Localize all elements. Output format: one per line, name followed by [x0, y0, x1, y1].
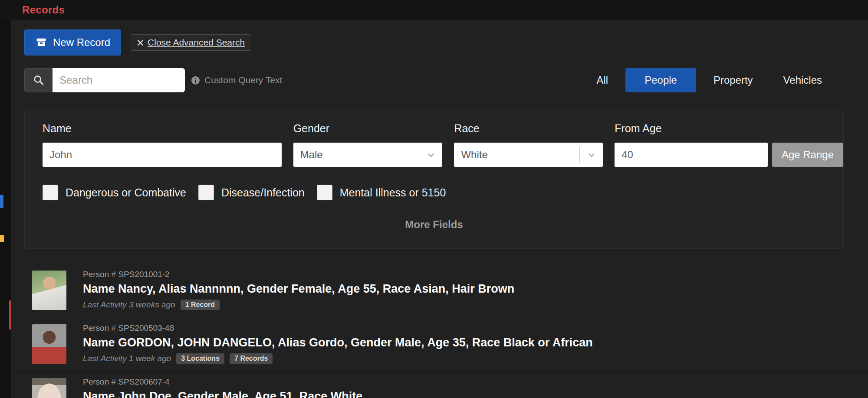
tab-people[interactable]: People: [625, 68, 696, 92]
advanced-search-checkboxes: Dangerous or Combative Disease/Infection…: [43, 185, 843, 200]
locations-count-badge: 3 Locations: [176, 353, 224, 364]
name-input[interactable]: [43, 143, 282, 167]
search-button[interactable]: [24, 68, 53, 92]
top-bar: Records: [0, 0, 868, 20]
dangerous-combative-checkbox[interactable]: [43, 185, 58, 200]
custom-query-label: Custom Query Text: [204, 75, 282, 85]
person-photo[interactable]: [32, 271, 66, 310]
gender-field-label: Gender: [293, 122, 443, 135]
from-age-field-group: From Age: [615, 122, 768, 167]
tab-vehicles[interactable]: Vehicles: [770, 68, 835, 92]
result-row[interactable]: Person # SPS200607-4 Name John Doe, Gend…: [11, 373, 868, 398]
dangerous-combative-check-item: Dangerous or Combative: [43, 185, 186, 200]
search-group: [24, 68, 185, 92]
person-name-line: Name Nancy, Alias Nannnnn, Gender Female…: [83, 282, 514, 296]
results-list: Person # SPS201001-2 Name Nancy, Alias N…: [11, 265, 868, 398]
search-icon: [33, 74, 45, 86]
age-range-button[interactable]: Age Range: [772, 143, 843, 167]
race-field-label: Race: [454, 122, 603, 135]
side-strip: [0, 20, 11, 398]
person-number: Person # SPS200607-4: [83, 377, 362, 387]
name-field-group: Name: [43, 122, 282, 167]
result-row[interactable]: Person # SPS201001-2 Name Nancy, Alias N…: [11, 265, 868, 319]
activity-line: Last Activity 3 weeks ago 1 Record: [83, 300, 514, 310]
record-count-badge: 1 Record: [181, 300, 220, 310]
side-marker-blue: [0, 195, 3, 208]
person-name-line: Name GORDON, JOHN DANGELO, Alias Gordo, …: [83, 336, 593, 349]
disease-infection-check-item: Disease/Infection: [198, 185, 305, 200]
mental-illness-label: Mental Illness or 5150: [340, 186, 446, 199]
chevron-down-icon: [419, 147, 442, 163]
record-type-tabs: All People Property Vehicles: [584, 68, 835, 92]
person-name-line: Name John Doe, Gender Male, Age 51, Race…: [83, 390, 362, 398]
from-age-input[interactable]: [615, 143, 768, 167]
last-activity: Last Activity 1 week ago: [83, 354, 171, 363]
dangerous-combative-label: Dangerous or Combative: [66, 186, 186, 199]
tab-all[interactable]: All: [584, 68, 621, 92]
result-text: Person # SPS200503-48 Name GORDON, JOHN …: [83, 322, 593, 372]
new-record-label: New Record: [53, 36, 110, 49]
gender-select-value: Male: [293, 149, 419, 161]
last-activity: Last Activity 3 weeks ago: [83, 300, 175, 310]
close-advanced-search-label: Close Advanced Search: [148, 37, 245, 48]
close-advanced-search-button[interactable]: Close Advanced Search: [131, 34, 251, 51]
disease-infection-label: Disease/Infection: [221, 186, 305, 199]
archive-box-icon: [35, 36, 47, 49]
gender-select[interactable]: Male: [293, 143, 443, 167]
person-photo[interactable]: [32, 324, 66, 364]
result-text: Person # SPS201001-2 Name Nancy, Alias N…: [83, 268, 514, 319]
advanced-search-fields: Name Gender Male Race White: [43, 122, 843, 167]
person-photo[interactable]: [32, 378, 66, 398]
activity-line: Last Activity 1 week ago 3 Locations 7 R…: [83, 353, 593, 364]
mental-illness-checkbox[interactable]: [317, 185, 332, 200]
records-page: New Record Close Advanced Search: [11, 20, 868, 398]
toolbar: New Record Close Advanced Search: [11, 20, 868, 55]
race-select-value: White: [454, 149, 579, 161]
tab-property[interactable]: Property: [700, 68, 766, 92]
record-count-badge: 7 Records: [230, 353, 273, 364]
name-field-label: Name: [43, 122, 282, 135]
person-number: Person # SPS200503-48: [83, 323, 593, 333]
more-fields-link[interactable]: More Fields: [43, 219, 825, 231]
gender-field-group: Gender Male: [293, 122, 443, 167]
advanced-search-panel: Name Gender Male Race White: [24, 111, 844, 249]
disease-infection-checkbox[interactable]: [198, 185, 214, 200]
info-icon: [191, 76, 200, 85]
result-text: Person # SPS200607-4 Name John Doe, Gend…: [83, 375, 362, 398]
new-record-button[interactable]: New Record: [24, 29, 121, 55]
result-row[interactable]: Person # SPS200503-48 Name GORDON, JOHN …: [11, 319, 868, 373]
person-number: Person # SPS201001-2: [83, 270, 514, 279]
search-input[interactable]: [53, 68, 185, 92]
page-title: Records: [22, 4, 65, 16]
mental-illness-check-item: Mental Illness or 5150: [317, 185, 446, 200]
search-row: Custom Query Text All People Property Ve…: [11, 68, 868, 92]
race-select[interactable]: White: [454, 143, 603, 167]
race-field-group: Race White: [454, 122, 603, 167]
from-age-field-label: From Age: [615, 122, 768, 135]
close-icon: [137, 39, 144, 46]
chevron-down-icon: [579, 147, 603, 163]
custom-query-text: Custom Query Text: [191, 75, 282, 85]
side-marker-yellow: [0, 235, 4, 242]
